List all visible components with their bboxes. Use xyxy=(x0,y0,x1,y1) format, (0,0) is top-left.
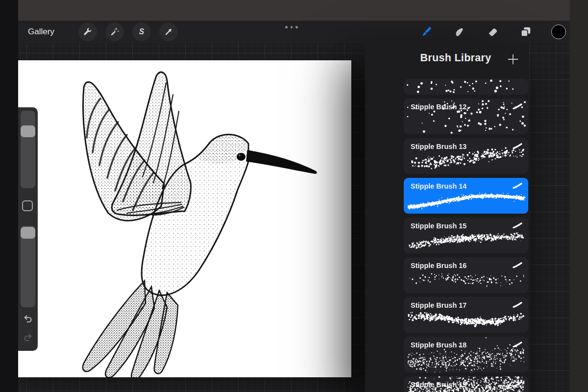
selection-s-icon: S xyxy=(136,26,147,37)
brush-item[interactable] xyxy=(404,79,528,95)
redo-arrow-icon xyxy=(23,332,33,343)
brush-item-label: Stipple Brush 12 xyxy=(411,103,466,111)
brush-item[interactable]: Stipple Brush 13 xyxy=(404,138,528,174)
smudge-tool-button[interactable] xyxy=(453,25,466,38)
brush-signature-icon xyxy=(513,183,522,189)
adjustments-button[interactable] xyxy=(105,23,124,41)
brush-signature-icon xyxy=(513,262,522,268)
brush-signature-icon xyxy=(513,103,522,109)
modify-square-icon[interactable] xyxy=(22,200,33,211)
brush-size-slider[interactable] xyxy=(21,111,35,188)
layers-icon xyxy=(519,25,532,38)
magic-wand-icon xyxy=(109,26,120,37)
brush-item-label: Stipple Brush 15 xyxy=(411,222,466,230)
gallery-button[interactable]: Gallery xyxy=(28,21,54,43)
brush-item[interactable]: Stipple Brush 14 xyxy=(404,178,528,214)
opacity-handle[interactable] xyxy=(21,227,35,239)
brush-preview xyxy=(404,79,528,95)
brush-item-label: Stipple Brush 13 xyxy=(411,143,466,150)
transform-arrow-icon xyxy=(163,26,174,37)
brush-item-label: Stipple Brush 19 xyxy=(411,381,466,389)
brush-list: Stipple Brush 12 Stipple Brush 13 Stippl… xyxy=(404,79,528,392)
app-screen: Gallery S xyxy=(0,0,588,392)
svg-text:S: S xyxy=(139,27,145,36)
right-edge-border xyxy=(570,0,588,392)
brush-signature-icon xyxy=(513,342,522,347)
left-edge-border xyxy=(0,0,18,392)
erase-tool-button[interactable] xyxy=(487,25,499,38)
layers-button[interactable] xyxy=(519,25,532,38)
brush-item[interactable]: Stipple Brush 18 xyxy=(404,337,528,372)
undo-button[interactable] xyxy=(23,314,33,326)
redo-button[interactable] xyxy=(23,332,33,345)
window-top-strip xyxy=(18,0,570,21)
undo-arrow-icon xyxy=(23,314,33,324)
hummingbird-artwork xyxy=(18,60,351,377)
brush-item[interactable]: Stipple Brush 19 xyxy=(404,376,528,392)
brush-item[interactable]: Stipple Brush 12 xyxy=(404,98,528,134)
brush-library-panel: Brush Library Stipple Brush 12 Stipple B… xyxy=(365,43,529,392)
brush-size-handle[interactable] xyxy=(21,125,35,137)
brush-signature-icon xyxy=(513,222,522,228)
transform-button[interactable] xyxy=(159,23,178,41)
main-toolbar: Gallery S xyxy=(18,21,570,43)
brush-sidebar xyxy=(18,107,38,351)
brush-item[interactable]: Stipple Brush 17 xyxy=(404,297,528,333)
brush-item-label: Stipple Brush 16 xyxy=(411,262,466,270)
eraser-icon xyxy=(487,25,499,38)
brush-item[interactable]: Stipple Brush 15 xyxy=(404,218,528,253)
selection-button[interactable]: S xyxy=(132,23,151,41)
wrench-icon xyxy=(82,26,93,37)
smudge-icon xyxy=(453,25,466,38)
brush-item-label: Stipple Brush 17 xyxy=(411,301,466,309)
plus-icon xyxy=(507,53,519,65)
color-circle-icon[interactable] xyxy=(551,24,566,39)
paint-tool-button[interactable] xyxy=(420,25,433,38)
brush-item[interactable]: Stipple Brush 16 xyxy=(404,257,528,293)
brush-item-label: Stipple Brush 18 xyxy=(411,341,466,349)
brush-signature-icon xyxy=(513,302,522,308)
ellipsis-icon[interactable] xyxy=(285,26,298,28)
brush-signature-icon xyxy=(513,143,522,149)
brush-signature-icon xyxy=(513,381,522,387)
brush-icon xyxy=(420,25,433,38)
brush-item-label: Stipple Brush 14 xyxy=(411,182,466,190)
add-brush-button[interactable] xyxy=(507,53,519,65)
brush-library-title: Brush Library xyxy=(387,52,524,64)
drawing-canvas[interactable] xyxy=(18,60,351,377)
actions-button[interactable] xyxy=(78,23,97,41)
